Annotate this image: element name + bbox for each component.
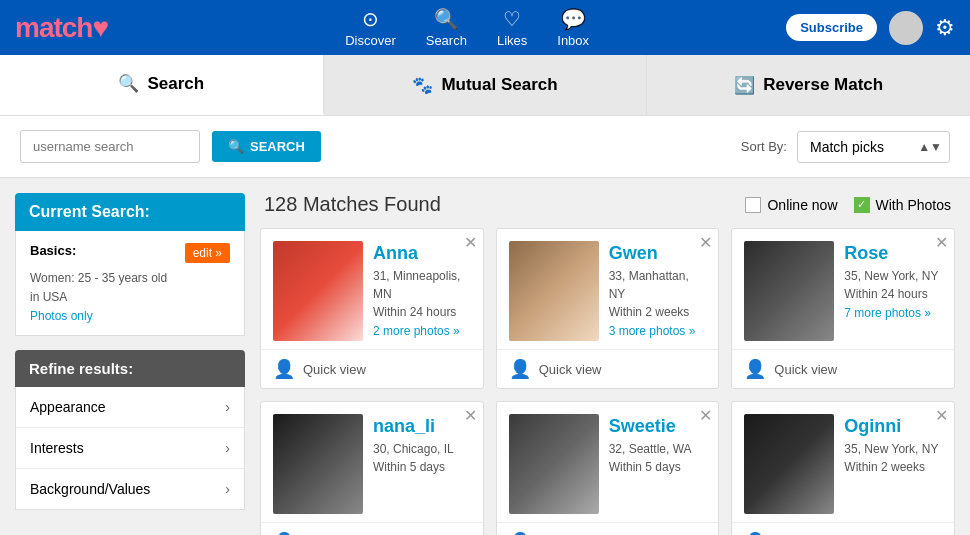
current-search-header: Current Search: bbox=[15, 193, 245, 231]
photo-sweetie bbox=[509, 414, 599, 514]
refine-item-appearance[interactable]: Appearance › bbox=[16, 387, 244, 428]
nav-item-search[interactable]: 🔍 Search bbox=[426, 7, 467, 48]
match-card-oginni: ✕ Oginni 35, New York, NY Within 2 weeks… bbox=[731, 401, 955, 535]
basics-row: Basics: edit » bbox=[30, 243, 230, 263]
online-now-checkbox[interactable] bbox=[745, 197, 761, 213]
refine-items-list: Appearance › Interests › Background/Valu… bbox=[15, 387, 245, 510]
match-card-rose: ✕ Rose 35, New York, NY Within 24 hours … bbox=[731, 228, 955, 389]
search-bar-row: 🔍 SEARCH Sort By: Match picks Newest mem… bbox=[0, 116, 970, 178]
card-detail-rose: 35, New York, NY Within 24 hours bbox=[844, 267, 942, 303]
chevron-right-icon: › bbox=[225, 481, 230, 497]
quick-view-icon: 👤 bbox=[744, 531, 766, 535]
close-card-anna[interactable]: ✕ bbox=[464, 235, 477, 251]
quick-view-sweetie[interactable]: 👤 Quick view bbox=[497, 522, 719, 535]
quick-view-icon: 👤 bbox=[273, 531, 295, 535]
close-card-oginni[interactable]: ✕ bbox=[935, 408, 948, 424]
likes-icon: ♡ bbox=[503, 7, 521, 31]
nav-item-likes[interactable]: ♡ Likes bbox=[497, 7, 527, 48]
photo-gwen bbox=[509, 241, 599, 341]
with-photos-checkbox[interactable]: ✓ bbox=[854, 197, 870, 213]
card-info-nana: nana_li 30, Chicago, IL Within 5 days bbox=[373, 414, 471, 514]
refine-item-interests[interactable]: Interests › bbox=[16, 428, 244, 469]
card-detail-anna: 31, Minneapolis, MN Within 24 hours bbox=[373, 267, 471, 321]
card-detail-nana: 30, Chicago, IL Within 5 days bbox=[373, 440, 471, 476]
card-name-anna[interactable]: Anna bbox=[373, 243, 471, 264]
photo-rose bbox=[744, 241, 834, 341]
search-criteria: Women: 25 - 35 years old in USA bbox=[30, 269, 230, 307]
card-top-anna: Anna 31, Minneapolis, MN Within 24 hours… bbox=[261, 229, 483, 349]
tab-mutual-search[interactable]: 🐾 Mutual Search bbox=[324, 55, 648, 115]
reverse-match-icon: 🔄 bbox=[734, 75, 755, 96]
current-search-body: Basics: edit » Women: 25 - 35 years old … bbox=[15, 231, 245, 336]
quick-view-label: Quick view bbox=[774, 362, 837, 377]
edit-button[interactable]: edit » bbox=[185, 243, 230, 263]
sort-select[interactable]: Match picks Newest members Last active D… bbox=[797, 131, 950, 163]
card-detail-gwen: 33, Manhattan, NY Within 2 weeks bbox=[609, 267, 707, 321]
quick-view-oginni[interactable]: 👤 Quick view bbox=[732, 522, 954, 535]
card-detail-sweetie: 32, Seattle, WA Within 5 days bbox=[609, 440, 707, 476]
quick-view-anna[interactable]: 👤 Quick view bbox=[261, 349, 483, 388]
card-name-nana[interactable]: nana_li bbox=[373, 416, 471, 437]
main-layout: Current Search: Basics: edit » Women: 25… bbox=[0, 178, 970, 535]
username-search-input[interactable] bbox=[20, 130, 200, 163]
search-button-icon: 🔍 bbox=[228, 139, 244, 154]
search-tab-icon: 🔍 bbox=[118, 73, 139, 94]
nav-item-discover[interactable]: ⊙ Discover bbox=[345, 7, 396, 48]
card-name-rose[interactable]: Rose bbox=[844, 243, 942, 264]
search-tabs: 🔍 Search 🐾 Mutual Search 🔄 Reverse Match bbox=[0, 55, 970, 116]
matches-grid: ✕ Anna 31, Minneapolis, MN Within 24 hou… bbox=[260, 228, 955, 535]
top-navigation: match♥ ⊙ Discover 🔍 Search ♡ Likes 💬 Inb… bbox=[0, 0, 970, 55]
card-info-rose: Rose 35, New York, NY Within 24 hours 7 … bbox=[844, 241, 942, 341]
photos-link-rose[interactable]: 7 more photos » bbox=[844, 306, 942, 320]
card-top-nana: nana_li 30, Chicago, IL Within 5 days bbox=[261, 402, 483, 522]
photo-anna bbox=[273, 241, 363, 341]
basics-label: Basics: bbox=[30, 243, 76, 258]
with-photos-filter[interactable]: ✓ With Photos bbox=[854, 197, 951, 213]
site-logo[interactable]: match♥ bbox=[15, 12, 108, 44]
search-button[interactable]: 🔍 SEARCH bbox=[212, 131, 321, 162]
mutual-search-icon: 🐾 bbox=[412, 75, 433, 96]
card-info-anna: Anna 31, Minneapolis, MN Within 24 hours… bbox=[373, 241, 471, 341]
filter-options: Online now ✓ With Photos bbox=[745, 197, 951, 213]
tab-search[interactable]: 🔍 Search bbox=[0, 55, 324, 115]
gear-icon[interactable]: ⚙ bbox=[935, 15, 955, 41]
match-card-anna: ✕ Anna 31, Minneapolis, MN Within 24 hou… bbox=[260, 228, 484, 389]
sort-by-label: Sort By: bbox=[741, 139, 787, 154]
discover-icon: ⊙ bbox=[362, 7, 379, 31]
refine-results-header: Refine results: bbox=[15, 350, 245, 387]
photo-oginni bbox=[744, 414, 834, 514]
close-card-sweetie[interactable]: ✕ bbox=[699, 408, 712, 424]
nav-item-inbox[interactable]: 💬 Inbox bbox=[557, 7, 589, 48]
photos-link-anna[interactable]: 2 more photos » bbox=[373, 324, 471, 338]
quick-view-icon: 👤 bbox=[509, 358, 531, 380]
subscribe-button[interactable]: Subscribe bbox=[786, 14, 877, 41]
sort-wrapper: Match picks Newest members Last active D… bbox=[797, 131, 950, 163]
card-top-sweetie: Sweetie 32, Seattle, WA Within 5 days bbox=[497, 402, 719, 522]
inbox-icon: 💬 bbox=[561, 7, 586, 31]
sort-by-area: Sort By: Match picks Newest members Last… bbox=[741, 131, 950, 163]
card-name-sweetie[interactable]: Sweetie bbox=[609, 416, 707, 437]
card-top-rose: Rose 35, New York, NY Within 24 hours 7 … bbox=[732, 229, 954, 349]
tab-reverse-match[interactable]: 🔄 Reverse Match bbox=[647, 55, 970, 115]
close-card-rose[interactable]: ✕ bbox=[935, 235, 948, 251]
card-name-gwen[interactable]: Gwen bbox=[609, 243, 707, 264]
card-top-gwen: Gwen 33, Manhattan, NY Within 2 weeks 3 … bbox=[497, 229, 719, 349]
card-info-sweetie: Sweetie 32, Seattle, WA Within 5 days bbox=[609, 414, 707, 514]
quick-view-icon: 👤 bbox=[509, 531, 531, 535]
close-card-nana[interactable]: ✕ bbox=[464, 408, 477, 424]
quick-view-gwen[interactable]: 👤 Quick view bbox=[497, 349, 719, 388]
quick-view-nana[interactable]: 👤 Quick view bbox=[261, 522, 483, 535]
online-now-filter[interactable]: Online now bbox=[745, 197, 837, 213]
photos-only-label: Photos only bbox=[30, 309, 230, 323]
close-card-gwen[interactable]: ✕ bbox=[699, 235, 712, 251]
refine-item-background-values[interactable]: Background/Values › bbox=[16, 469, 244, 509]
avatar[interactable] bbox=[889, 11, 923, 45]
card-name-oginni[interactable]: Oginni bbox=[844, 416, 942, 437]
card-top-oginni: Oginni 35, New York, NY Within 2 weeks bbox=[732, 402, 954, 522]
card-info-oginni: Oginni 35, New York, NY Within 2 weeks bbox=[844, 414, 942, 514]
photos-link-gwen[interactable]: 3 more photos » bbox=[609, 324, 707, 338]
match-card-sweetie: ✕ Sweetie 32, Seattle, WA Within 5 days … bbox=[496, 401, 720, 535]
results-header: 128 Matches Found Online now ✓ With Phot… bbox=[260, 193, 955, 216]
quick-view-rose[interactable]: 👤 Quick view bbox=[732, 349, 954, 388]
match-card-gwen: ✕ Gwen 33, Manhattan, NY Within 2 weeks … bbox=[496, 228, 720, 389]
